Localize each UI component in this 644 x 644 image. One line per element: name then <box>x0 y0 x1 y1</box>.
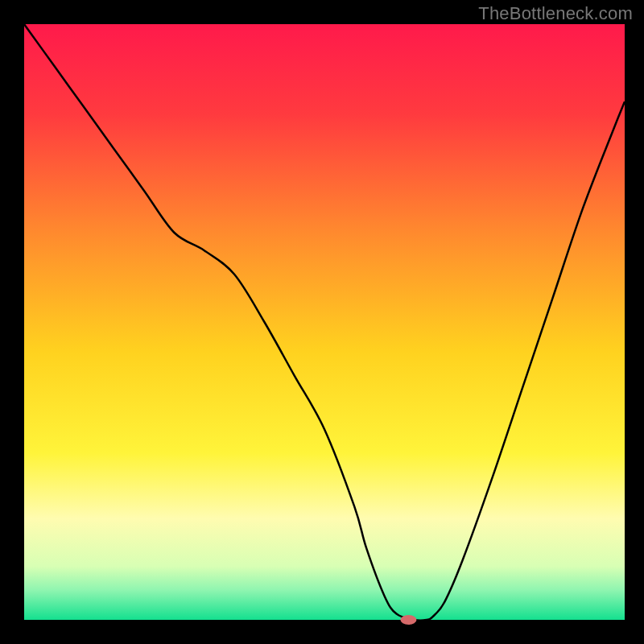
optimal-marker <box>400 615 416 625</box>
plot-background <box>24 24 625 620</box>
watermark-text: TheBottleneck.com <box>478 3 633 24</box>
chart-frame: TheBottleneck.com <box>0 0 644 644</box>
bottleneck-chart <box>0 0 644 644</box>
